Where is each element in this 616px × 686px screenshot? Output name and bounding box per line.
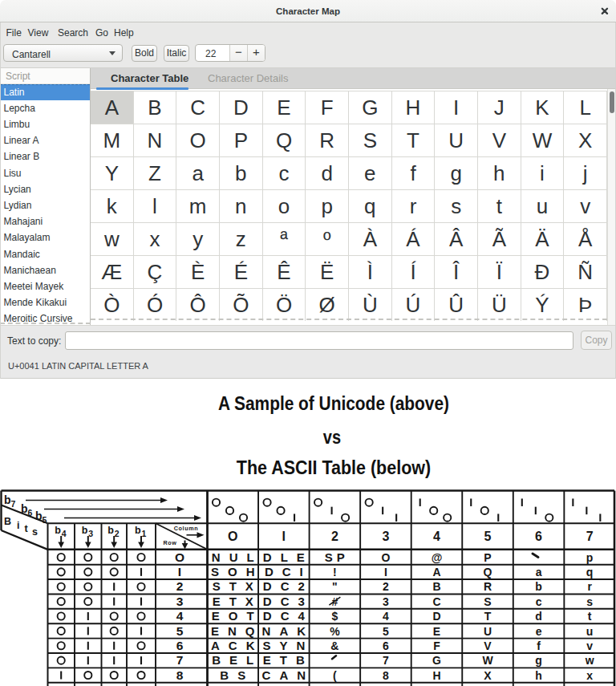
svg-text:P: P bbox=[484, 551, 491, 564]
svg-text:ETB: ETB bbox=[263, 653, 314, 667]
svg-text:DC2: DC2 bbox=[263, 579, 314, 593]
svg-text:T: T bbox=[484, 610, 492, 623]
svg-text:g: g bbox=[535, 654, 542, 667]
svg-text:2: 2 bbox=[331, 530, 338, 543]
svg-text:b: b bbox=[135, 525, 141, 536]
svg-text:t: t bbox=[25, 523, 29, 534]
svg-text:b: b bbox=[21, 502, 28, 515]
svg-text:i: i bbox=[17, 520, 19, 531]
svg-text:7: 7 bbox=[383, 654, 389, 667]
svg-text:5: 5 bbox=[176, 624, 184, 638]
svg-text:DC4: DC4 bbox=[263, 609, 314, 623]
svg-text:I: I bbox=[384, 566, 387, 578]
svg-text:6: 6 bbox=[176, 639, 184, 652]
svg-text:STX: STX bbox=[213, 579, 262, 593]
svg-text:@: @ bbox=[432, 551, 443, 564]
svg-text:&: & bbox=[330, 639, 338, 652]
svg-text:ENQ: ENQ bbox=[211, 624, 264, 638]
svg-text:v: v bbox=[586, 639, 593, 652]
svg-text:EOT: EOT bbox=[212, 609, 263, 623]
svg-text:5: 5 bbox=[484, 530, 492, 543]
svg-text:C: C bbox=[432, 595, 440, 608]
svg-text:B: B bbox=[432, 580, 440, 593]
svg-text:U: U bbox=[484, 625, 492, 638]
svg-text:SYN: SYN bbox=[262, 639, 314, 652]
svg-text:H: H bbox=[432, 669, 440, 682]
svg-text:h: h bbox=[535, 669, 542, 682]
svg-text:ETX: ETX bbox=[213, 595, 262, 608]
svg-text:Q: Q bbox=[484, 566, 492, 578]
svg-text:4: 4 bbox=[433, 530, 440, 543]
svg-text:x: x bbox=[586, 669, 593, 682]
svg-text:3: 3 bbox=[382, 530, 389, 543]
svg-text:4: 4 bbox=[383, 610, 389, 623]
svg-text:3: 3 bbox=[88, 529, 93, 538]
svg-text:ACK: ACK bbox=[211, 639, 264, 652]
svg-text:b: b bbox=[535, 580, 542, 593]
svg-text:S: S bbox=[484, 595, 491, 608]
svg-text:3: 3 bbox=[176, 595, 184, 608]
svg-text:Column: Column bbox=[174, 525, 198, 532]
svg-text:O: O bbox=[381, 551, 390, 564]
svg-text:b: b bbox=[107, 525, 114, 536]
svg-text:5: 5 bbox=[383, 625, 389, 638]
svg-text:7: 7 bbox=[586, 530, 594, 543]
svg-text:W: W bbox=[482, 654, 493, 667]
svg-text:w: w bbox=[585, 654, 594, 667]
svg-text:7: 7 bbox=[176, 653, 184, 667]
svg-text:B: B bbox=[4, 516, 11, 527]
svg-text:8: 8 bbox=[383, 669, 389, 682]
svg-text:X: X bbox=[484, 669, 492, 682]
svg-text:DCI: DCI bbox=[265, 565, 312, 578]
svg-text:b: b bbox=[35, 509, 43, 522]
svg-text:6: 6 bbox=[28, 508, 33, 518]
svg-text:f: f bbox=[537, 639, 541, 652]
svg-text:$: $ bbox=[331, 610, 338, 623]
svg-text:4: 4 bbox=[176, 609, 184, 623]
svg-text:NUL: NUL bbox=[212, 550, 263, 564]
svg-text:%: % bbox=[330, 625, 340, 638]
svg-text:d: d bbox=[535, 610, 542, 623]
svg-text:V: V bbox=[484, 639, 492, 652]
svg-text:8: 8 bbox=[176, 668, 184, 682]
svg-text:G: G bbox=[432, 654, 441, 667]
svg-text:2: 2 bbox=[115, 529, 120, 538]
svg-text:F: F bbox=[433, 639, 440, 652]
svg-text:I: I bbox=[178, 565, 181, 578]
svg-text:2: 2 bbox=[383, 580, 389, 593]
svg-text:s: s bbox=[32, 526, 38, 538]
svg-text:t: t bbox=[588, 610, 592, 623]
svg-text:": " bbox=[332, 580, 338, 593]
svg-text:BS: BS bbox=[220, 668, 254, 682]
svg-text:Row: Row bbox=[164, 539, 177, 546]
svg-text:O: O bbox=[228, 530, 237, 543]
svg-text:A: A bbox=[432, 566, 440, 578]
svg-text:1: 1 bbox=[142, 529, 147, 538]
svg-text:b: b bbox=[55, 525, 61, 536]
svg-text:b: b bbox=[4, 493, 11, 506]
svg-text:E: E bbox=[433, 625, 440, 638]
svg-text:DC3: DC3 bbox=[263, 595, 314, 608]
svg-text:2: 2 bbox=[176, 579, 184, 593]
svg-text:BEL: BEL bbox=[212, 653, 262, 667]
svg-text:6: 6 bbox=[383, 639, 389, 652]
svg-text:4: 4 bbox=[62, 529, 67, 538]
svg-text:c: c bbox=[536, 595, 542, 608]
svg-text:DLE: DLE bbox=[263, 550, 314, 564]
svg-text:SOH: SOH bbox=[211, 565, 264, 578]
svg-text:6: 6 bbox=[535, 530, 542, 543]
svg-text:q: q bbox=[586, 566, 594, 578]
svg-text:5: 5 bbox=[43, 515, 47, 525]
svg-text:u: u bbox=[586, 625, 594, 638]
svg-text:(: ( bbox=[333, 669, 337, 682]
svg-text:D: D bbox=[432, 610, 440, 623]
svg-text:7: 7 bbox=[11, 499, 16, 509]
svg-text:CAN: CAN bbox=[262, 668, 315, 682]
svg-text:3: 3 bbox=[383, 595, 389, 608]
svg-text:s: s bbox=[586, 595, 593, 608]
svg-text:!: ! bbox=[333, 566, 337, 578]
svg-text:p: p bbox=[586, 551, 594, 564]
svg-text:I: I bbox=[282, 530, 286, 543]
svg-text:e: e bbox=[536, 625, 542, 638]
svg-text:a: a bbox=[536, 566, 542, 578]
